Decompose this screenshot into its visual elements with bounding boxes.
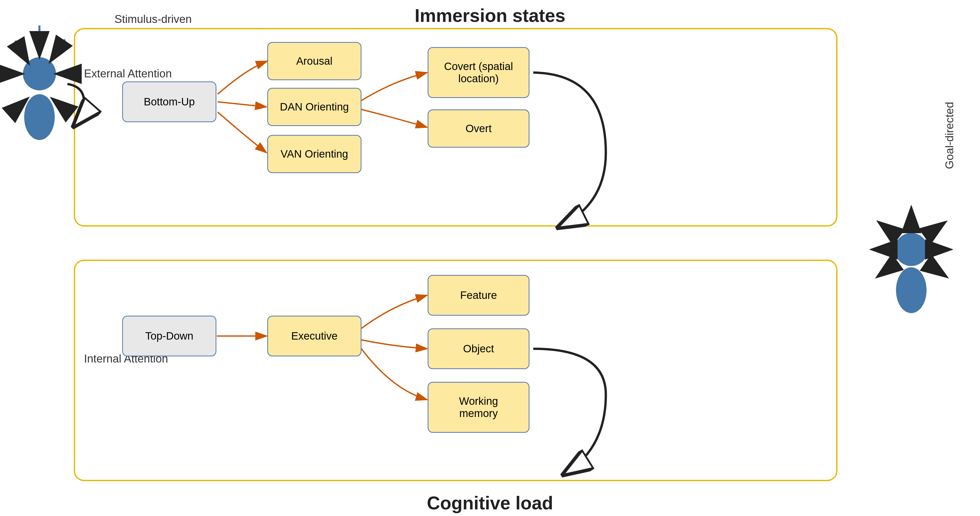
stimulus-label: Stimulus-driven bbox=[115, 13, 192, 25]
executive-node: Executive bbox=[267, 316, 361, 357]
overt-node: Overt bbox=[428, 110, 530, 148]
bottom-title: Cognitive load bbox=[0, 492, 980, 513]
arousal-node: Arousal bbox=[267, 42, 361, 80]
svg-line-22 bbox=[878, 262, 897, 276]
svg-line-7 bbox=[15, 41, 28, 62]
svg-line-9 bbox=[51, 40, 65, 61]
svg-point-5 bbox=[23, 57, 56, 90]
external-attention-label: External Attention bbox=[84, 66, 172, 81]
top-down-node: Top-Down bbox=[122, 316, 216, 357]
feature-node: Feature bbox=[428, 275, 530, 316]
svg-line-19 bbox=[925, 262, 946, 276]
bottom-up-node: Bottom-Up bbox=[122, 81, 216, 122]
object-node: Object bbox=[428, 328, 530, 369]
svg-line-12 bbox=[15, 99, 27, 110]
working-memory-node: Working memory bbox=[428, 382, 530, 433]
svg-point-14 bbox=[895, 233, 928, 266]
svg-line-17 bbox=[924, 223, 944, 237]
svg-line-13 bbox=[53, 99, 66, 110]
covert-node: Covert (spatial location) bbox=[428, 47, 530, 98]
goal-directed-label: Goal-directed bbox=[943, 102, 956, 169]
dan-orienting-node: DAN Orienting bbox=[267, 88, 361, 126]
van-orienting-node: VAN Orienting bbox=[267, 135, 361, 173]
svg-point-15 bbox=[896, 267, 926, 313]
svg-line-20 bbox=[880, 223, 898, 237]
svg-point-6 bbox=[24, 94, 55, 140]
